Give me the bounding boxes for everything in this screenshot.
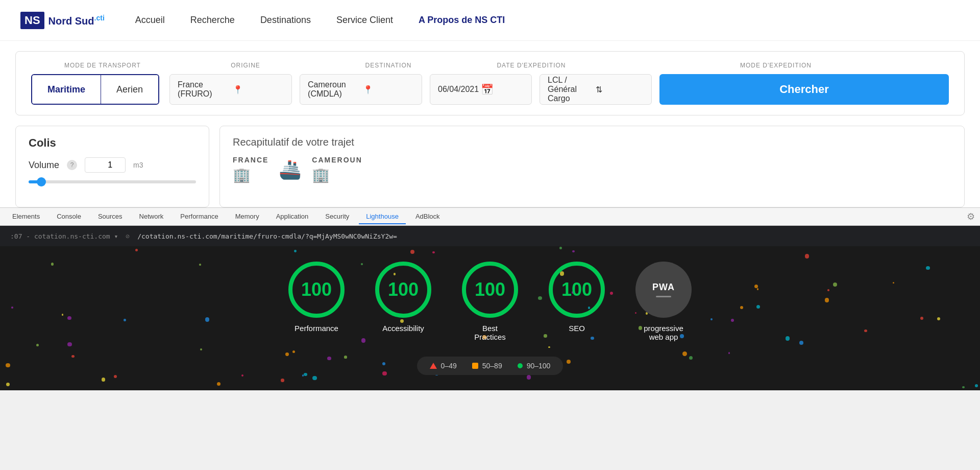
volume-slider[interactable] <box>29 180 196 183</box>
tab-memory[interactable]: Memory <box>228 209 266 224</box>
destination-pin-icon: 📍 <box>363 85 414 95</box>
score-seo: 100 SEO <box>549 262 605 333</box>
origine-pin-icon: 📍 <box>233 85 284 95</box>
performance-value: 100 <box>301 279 332 300</box>
mode-maritime-button[interactable]: Maritime <box>32 75 101 104</box>
label-date: DATE D'EXPEDITION <box>460 62 603 69</box>
tab-adblock[interactable]: AdBlock <box>408 209 447 224</box>
pwa-text: PWA <box>652 282 675 293</box>
expedition-select[interactable]: LCL / Général Cargo ⇅ <box>540 74 652 105</box>
logo-text: Nord Sud.cti <box>48 14 105 27</box>
tab-network[interactable]: Network <box>132 209 171 224</box>
mode-transport-selector: Maritime Aerien <box>31 74 159 105</box>
nav-accueil[interactable]: Accueil <box>135 15 165 26</box>
pwa-circle: PWA <box>635 262 692 318</box>
performance-label: Performance <box>295 324 338 333</box>
calendar-icon: 📅 <box>481 83 524 96</box>
no-image-icon: ⊘ <box>126 232 130 240</box>
score-performance: 100 Performance <box>288 262 345 333</box>
ship-icon: 🚢 <box>279 159 302 180</box>
legend-50-89-label: 50–89 <box>482 362 502 370</box>
recap-panel: Recapitulatif de votre trajet FRANCE 🏢 🚢… <box>219 126 965 207</box>
best-practices-label: BestPractices <box>474 324 506 341</box>
tab-security[interactable]: Security <box>318 209 356 224</box>
tab-console[interactable]: Console <box>50 209 88 224</box>
volume-help-icon[interactable]: ? <box>67 160 77 170</box>
legend-red-triangle <box>430 363 437 369</box>
origin-icons: 🏢 <box>233 167 268 183</box>
expedition-value: LCL / Général Cargo <box>548 76 596 103</box>
nav-destinations[interactable]: Destinations <box>260 15 311 26</box>
destination-value: Cameroun (CMDLA) <box>308 80 359 99</box>
seo-circle: 100 <box>549 262 605 318</box>
label-destination: DESTINATION <box>317 62 460 69</box>
devtools-settings-icon[interactable]: ⚙ <box>967 211 975 222</box>
colis-panel: Colis Volume ? m3 <box>15 126 209 207</box>
tab-elements[interactable]: Elements <box>5 209 47 224</box>
url-bar: :07 - cotation.ns-cti.com ▾ ⊘ /cotation.… <box>0 226 980 246</box>
legend-row: 0–49 50–89 90–100 <box>417 357 564 375</box>
label-expedition: MODE D'EXPEDITION <box>603 62 949 69</box>
date-field[interactable]: 06/04/2021 📅 <box>430 74 532 105</box>
lower-panel: Colis Volume ? m3 Recapitulatif de votre… <box>15 126 965 207</box>
logo-ns: NS <box>20 12 44 29</box>
legend-orange-square <box>472 363 478 369</box>
volume-row: Volume ? m3 <box>29 157 196 173</box>
performance-circle: 100 <box>288 262 345 318</box>
legend-90-100: 90–100 <box>518 362 551 370</box>
origine-field[interactable]: France (FRURO) 📍 <box>169 74 292 105</box>
colis-title: Colis <box>29 136 196 150</box>
chercher-button[interactable]: Chercher <box>659 74 949 105</box>
tab-sources[interactable]: Sources <box>91 209 130 224</box>
search-row: Maritime Aerien France (FRURO) 📍 Camerou… <box>31 74 949 105</box>
devtools-bar: Elements Console Sources Network Perform… <box>0 207 980 226</box>
destination-field[interactable]: Cameroun (CMDLA) 📍 <box>300 74 422 105</box>
tab-performance[interactable]: Performance <box>173 209 225 224</box>
search-labels: MODE DE TRANSPORT ORIGINE DESTINATION DA… <box>31 62 949 69</box>
logo-cti: .cti <box>94 14 105 22</box>
label-origine: ORIGINE <box>174 62 317 69</box>
score-accessibility: 100 Accessibility <box>375 262 431 333</box>
origine-value: France (FRURO) <box>178 80 229 99</box>
nav-recherche[interactable]: Recherche <box>190 15 235 26</box>
legend-green-dot <box>518 363 523 368</box>
lighthouse-panel: 100 Performance 100 Accessibility 100 Be… <box>0 246 980 390</box>
mode-aerien-button[interactable]: Aerien <box>101 75 158 104</box>
date-value: 06/04/2021 <box>438 85 481 94</box>
legend-90-100-label: 90–100 <box>527 362 551 370</box>
nav-links: Accueil Recherche Destinations Service C… <box>135 15 505 26</box>
destination-icons: 🏢 <box>312 167 362 183</box>
slider-thumb[interactable] <box>37 177 46 186</box>
pwa-label: progressiveweb app <box>644 324 683 341</box>
url-path: /cotation.ns-cti.com/maritime/fruro-cmdl… <box>137 232 397 240</box>
legend-0-49: 0–49 <box>430 362 457 370</box>
legend-0-49-label: 0–49 <box>441 362 457 370</box>
tab-lighthouse[interactable]: Lighthouse <box>359 209 406 224</box>
volume-label: Volume <box>29 160 59 171</box>
score-best-practices: 100 BestPractices <box>462 262 518 341</box>
recap-title: Recapitulatif de votre trajet <box>233 136 951 148</box>
arrow-up-down-icon: ⇅ <box>596 85 644 95</box>
tab-application[interactable]: Application <box>269 209 316 224</box>
seo-label: SEO <box>569 324 585 333</box>
nav-apropos[interactable]: A Propos de NS CTI <box>419 15 505 26</box>
score-pwa: PWA progressiveweb app <box>635 262 692 341</box>
accessibility-value: 100 <box>388 279 419 300</box>
logo: NS Nord Sud.cti <box>20 12 105 29</box>
seo-value: 100 <box>561 279 592 300</box>
best-practices-circle: 100 <box>462 262 518 318</box>
volume-unit: m3 <box>133 161 143 169</box>
best-practices-value: 100 <box>475 279 505 300</box>
origin-building-icon: 🏢 <box>233 167 251 183</box>
destination-label: CAMEROUN <box>312 156 362 164</box>
logo-brand: Nord Sud <box>48 15 94 26</box>
destination-building-icon: 🏢 <box>312 167 330 183</box>
scores-row: 100 Performance 100 Accessibility 100 Be… <box>288 262 692 341</box>
nav-service-client[interactable]: Service Client <box>336 15 393 26</box>
legend-50-89: 50–89 <box>472 362 502 370</box>
navbar: NS Nord Sud.cti Accueil Recherche Destin… <box>0 0 980 41</box>
recap-route: FRANCE 🏢 🚢 CAMEROUN 🏢 <box>233 156 951 183</box>
origin-label: FRANCE <box>233 156 268 164</box>
volume-input[interactable] <box>85 157 126 173</box>
accessibility-label: Accessibility <box>382 324 424 333</box>
